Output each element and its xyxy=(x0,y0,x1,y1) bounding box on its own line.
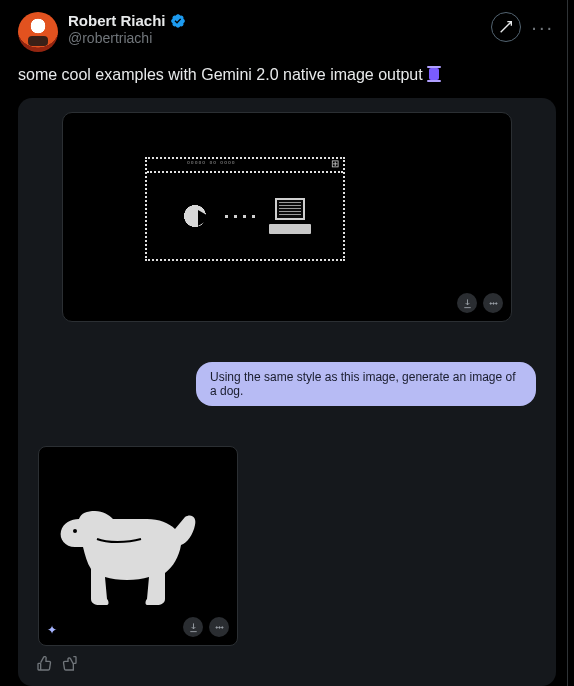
download-button[interactable] xyxy=(457,293,477,313)
tweet-text-content: some cool examples with Gemini 2.0 nativ… xyxy=(18,66,423,83)
svg-point-4 xyxy=(216,626,217,627)
author-block: Robert Riachi @robertriachi xyxy=(68,12,186,47)
image-action-row-2 xyxy=(183,617,229,637)
image-options-button[interactable] xyxy=(483,293,503,313)
svg-point-1 xyxy=(492,302,493,303)
model-output-image-1[interactable] xyxy=(62,112,512,322)
svg-point-3 xyxy=(73,529,77,533)
tweet-header: Robert Riachi @robertriachi ··· xyxy=(18,12,556,52)
feedback-row xyxy=(34,656,540,676)
image-action-row xyxy=(457,293,503,313)
column-divider xyxy=(567,0,568,686)
author-avatar[interactable] xyxy=(18,12,58,52)
ascii-titlebar xyxy=(147,159,343,173)
svg-point-6 xyxy=(221,626,222,627)
more-button[interactable]: ··· xyxy=(529,15,556,39)
download-button[interactable] xyxy=(183,617,203,637)
user-message-row: Using the same style as this image, gene… xyxy=(34,362,540,406)
author-display-name[interactable]: Robert Riachi xyxy=(68,12,166,30)
model-output-image-2[interactable]: ✦ xyxy=(38,446,238,646)
grok-button[interactable] xyxy=(491,12,521,42)
tweet-text: some cool examples with Gemini 2.0 nativ… xyxy=(18,66,556,84)
user-prompt-bubble: Using the same style as this image, gene… xyxy=(196,362,536,406)
thumbs-up-button[interactable] xyxy=(36,656,52,676)
svg-point-2 xyxy=(495,302,496,303)
ascii-body xyxy=(153,179,337,253)
svg-point-0 xyxy=(490,302,491,303)
pellet-dots-icon xyxy=(221,215,259,218)
thumbs-down-button[interactable] xyxy=(62,656,78,676)
ascii-window-illustration xyxy=(145,157,345,261)
model-response-row: ✦ xyxy=(34,446,540,646)
author-handle[interactable]: @robertriachi xyxy=(68,30,186,47)
pacman-icon xyxy=(179,200,211,232)
ascii-dog-illustration xyxy=(51,481,221,617)
svg-point-5 xyxy=(218,626,219,627)
thread-emoji-icon xyxy=(427,66,441,82)
image-options-button[interactable] xyxy=(209,617,229,637)
embedded-card: Using the same style as this image, gene… xyxy=(18,98,556,686)
verified-badge-icon xyxy=(170,13,186,29)
retro-computer-icon xyxy=(269,198,311,234)
tweet: Robert Riachi @robertriachi ··· some coo… xyxy=(0,0,574,686)
sparkle-icon: ✦ xyxy=(47,623,57,637)
